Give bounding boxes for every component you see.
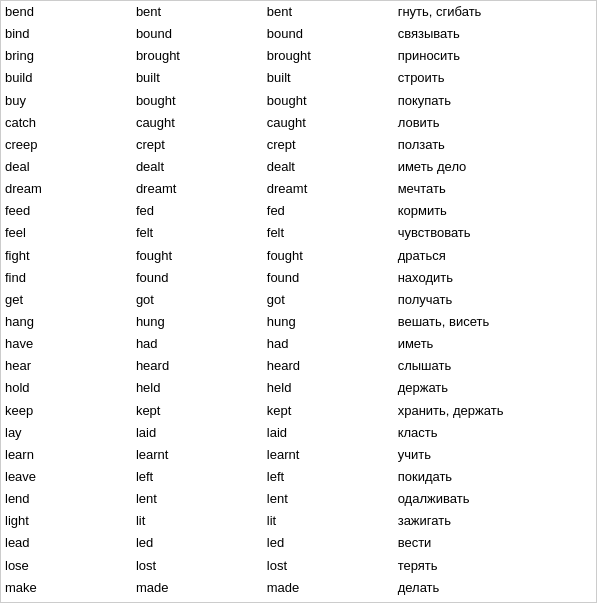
cell-23-1: lit: [132, 510, 263, 532]
cell-17-3: держать: [394, 377, 596, 399]
cell-21-2: left: [263, 466, 394, 488]
cell-12-3: находить: [394, 267, 596, 289]
cell-15-2: had: [263, 333, 394, 355]
cell-9-3: кормить: [394, 200, 596, 222]
cell-20-0: learn: [1, 444, 132, 466]
cell-4-3: покупать: [394, 90, 596, 112]
cell-25-3: терять: [394, 555, 596, 577]
cell-1-1: bound: [132, 23, 263, 45]
cell-15-3: иметь: [394, 333, 596, 355]
table-row: fightfoughtfoughtдраться: [1, 245, 596, 267]
table-row: keepkeptkeptхранить, держать: [1, 400, 596, 422]
cell-22-0: lend: [1, 488, 132, 510]
cell-6-3: ползать: [394, 134, 596, 156]
table-row: holdheldheldдержать: [1, 377, 596, 399]
cell-22-2: lent: [263, 488, 394, 510]
cell-11-3: драться: [394, 245, 596, 267]
cell-8-2: dreamt: [263, 178, 394, 200]
cell-16-3: слышать: [394, 355, 596, 377]
table-row: feelfeltfeltчувствовать: [1, 222, 596, 244]
cell-4-2: bought: [263, 90, 394, 112]
cell-12-0: find: [1, 267, 132, 289]
cell-20-2: learnt: [263, 444, 394, 466]
cell-19-3: класть: [394, 422, 596, 444]
cell-4-1: bought: [132, 90, 263, 112]
table-row: laylaidlaidкласть: [1, 422, 596, 444]
table-row: bindboundboundсвязывать: [1, 23, 596, 45]
cell-3-1: built: [132, 67, 263, 89]
cell-26-2: made: [263, 577, 394, 599]
cell-8-1: dreamt: [132, 178, 263, 200]
table-row: creepcreptcreptползать: [1, 134, 596, 156]
table-row: dreamdreamtdreamtмечтать: [1, 178, 596, 200]
cell-11-1: fought: [132, 245, 263, 267]
cell-1-2: bound: [263, 23, 394, 45]
table-row: lightlitlitзажигать: [1, 510, 596, 532]
table-row: dealdealtdealtиметь дело: [1, 156, 596, 178]
cell-12-1: found: [132, 267, 263, 289]
cell-10-0: feel: [1, 222, 132, 244]
cell-24-3: вести: [394, 532, 596, 554]
cell-11-0: fight: [1, 245, 132, 267]
table-row: leaveleftleftпокидать: [1, 466, 596, 488]
cell-12-2: found: [263, 267, 394, 289]
cell-22-1: lent: [132, 488, 263, 510]
table-row: leadledledвести: [1, 532, 596, 554]
cell-16-0: hear: [1, 355, 132, 377]
table-row: feedfedfedкормить: [1, 200, 596, 222]
cell-26-3: делать: [394, 577, 596, 599]
cell-7-3: иметь дело: [394, 156, 596, 178]
cell-11-2: fought: [263, 245, 394, 267]
table-row: hanghunghungвешать, висеть: [1, 311, 596, 333]
cell-10-2: felt: [263, 222, 394, 244]
cell-17-1: held: [132, 377, 263, 399]
cell-23-3: зажигать: [394, 510, 596, 532]
cell-21-0: leave: [1, 466, 132, 488]
cell-15-0: have: [1, 333, 132, 355]
table-row: getgotgotполучать: [1, 289, 596, 311]
cell-14-0: hang: [1, 311, 132, 333]
cell-3-3: строить: [394, 67, 596, 89]
cell-3-0: build: [1, 67, 132, 89]
cell-5-1: caught: [132, 112, 263, 134]
cell-18-0: keep: [1, 400, 132, 422]
cell-6-2: crept: [263, 134, 394, 156]
cell-13-2: got: [263, 289, 394, 311]
cell-14-2: hung: [263, 311, 394, 333]
cell-19-1: laid: [132, 422, 263, 444]
table-row: buyboughtboughtпокупать: [1, 90, 596, 112]
cell-25-1: lost: [132, 555, 263, 577]
cell-19-2: laid: [263, 422, 394, 444]
table-row: learnlearntlearntучить: [1, 444, 596, 466]
cell-8-3: мечтать: [394, 178, 596, 200]
cell-23-2: lit: [263, 510, 394, 532]
cell-1-3: связывать: [394, 23, 596, 45]
cell-17-0: hold: [1, 377, 132, 399]
cell-6-1: crept: [132, 134, 263, 156]
cell-13-3: получать: [394, 289, 596, 311]
cell-18-3: хранить, держать: [394, 400, 596, 422]
cell-25-0: lose: [1, 555, 132, 577]
cell-24-0: lead: [1, 532, 132, 554]
cell-10-3: чувствовать: [394, 222, 596, 244]
cell-19-0: lay: [1, 422, 132, 444]
cell-18-2: kept: [263, 400, 394, 422]
cell-22-3: одалживать: [394, 488, 596, 510]
table-row: hearheardheardслышать: [1, 355, 596, 377]
table-row: makemademadeделать: [1, 577, 596, 599]
table-row: buildbuiltbuiltстроить: [1, 67, 596, 89]
table-row: lendlentlentодалживать: [1, 488, 596, 510]
cell-2-1: brought: [132, 45, 263, 67]
cell-7-0: deal: [1, 156, 132, 178]
cell-8-0: dream: [1, 178, 132, 200]
cell-14-1: hung: [132, 311, 263, 333]
cell-7-2: dealt: [263, 156, 394, 178]
table-row: findfoundfoundнаходить: [1, 267, 596, 289]
cell-5-0: catch: [1, 112, 132, 134]
table-row: loselostlostтерять: [1, 555, 596, 577]
cell-14-3: вешать, висеть: [394, 311, 596, 333]
table-row: bendbentbentгнуть, сгибать: [1, 1, 596, 23]
main-table-container[interactable]: bendbentbentгнуть, сгибатьbindboundbound…: [0, 0, 597, 603]
cell-7-1: dealt: [132, 156, 263, 178]
cell-20-1: learnt: [132, 444, 263, 466]
